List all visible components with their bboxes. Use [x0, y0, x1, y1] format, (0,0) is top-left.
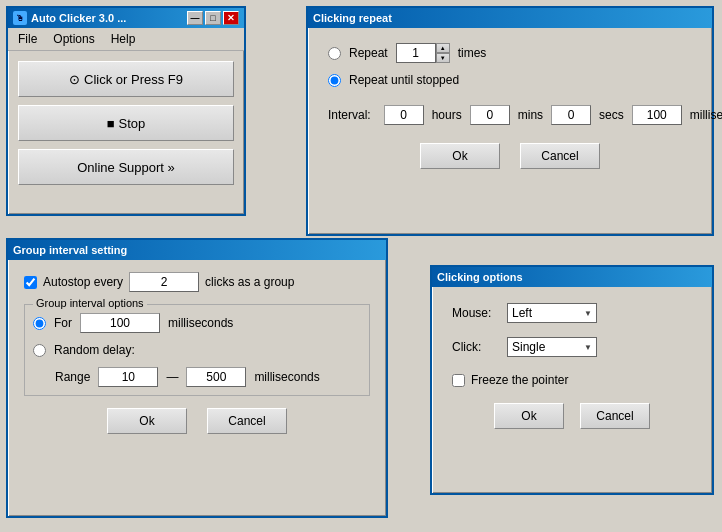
interval-label: Interval: [328, 108, 371, 122]
click-dropdown[interactable]: Single ▼ [507, 337, 597, 357]
clicking-options-cancel-label: Cancel [596, 409, 633, 423]
clicking-repeat-window: Clicking repeat Repeat ▲ ▼ times Repeat … [306, 6, 714, 236]
click-button-label: Click or Press F9 [84, 72, 183, 87]
autostop-value-input[interactable] [129, 272, 199, 292]
menu-file[interactable]: File [12, 30, 43, 48]
mouse-value: Left [512, 306, 532, 320]
mins-label: mins [518, 108, 543, 122]
autoclicker-titlebar-buttons: — □ ✕ [187, 11, 239, 25]
clicking-options-cancel-button[interactable]: Cancel [580, 403, 650, 429]
repeat-spinbox: ▲ ▼ [396, 43, 450, 63]
click-press-f9-button[interactable]: ⊙ Click or Press F9 [18, 61, 234, 97]
hours-label: hours [432, 108, 462, 122]
freeze-label: Freeze the pointer [471, 373, 568, 387]
group-interval-ok-label: Ok [139, 414, 154, 428]
group-interval-cancel-button[interactable]: Cancel [207, 408, 287, 434]
range-dash: — [166, 370, 178, 384]
group-interval-title: Group interval setting [13, 244, 127, 256]
click-dropdown-arrow: ▼ [584, 343, 592, 352]
clicking-repeat-cancel-label: Cancel [541, 149, 578, 163]
clicking-options-title-group: Clicking options [437, 271, 523, 283]
ms-input[interactable] [632, 105, 682, 125]
for-unit: milliseconds [168, 316, 233, 330]
menu-help[interactable]: Help [105, 30, 142, 48]
group-interval-window: Group interval setting Autostop every cl… [6, 238, 388, 518]
repeat-times-radio[interactable] [328, 47, 341, 60]
clicking-repeat-ok-label: Ok [452, 149, 467, 163]
autostop-suffix: clicks as a group [205, 275, 294, 289]
clicking-repeat-ok-button[interactable]: Ok [420, 143, 500, 169]
clicking-repeat-title-group: Clicking repeat [313, 12, 392, 24]
online-support-button[interactable]: Online Support » [18, 149, 234, 185]
random-radio[interactable] [33, 344, 46, 357]
autoclicker-close-btn[interactable]: ✕ [223, 11, 239, 25]
clicking-options-titlebar: Clicking options [432, 267, 712, 287]
clicking-options-window: Clicking options Mouse: Left ▼ Click: Si… [430, 265, 714, 495]
freeze-checkbox[interactable] [452, 374, 465, 387]
group-interval-title-group: Group interval setting [13, 244, 127, 256]
autoclicker-title: Auto Clicker 3.0 ... [31, 12, 126, 24]
group-interval-titlebar: Group interval setting [8, 240, 386, 260]
stop-button-label: Stop [119, 116, 146, 131]
clicking-repeat-titlebar: Clicking repeat [308, 8, 712, 28]
group-options-label: Group interval options [33, 297, 147, 309]
autoclicker-maximize-btn[interactable]: □ [205, 11, 221, 25]
repeat-unit-label: times [458, 46, 487, 60]
range-label: Range [55, 370, 90, 384]
click-icon: ⊙ [69, 72, 80, 87]
repeat-value-input[interactable] [396, 43, 436, 63]
range-to-input[interactable] [186, 367, 246, 387]
mins-input[interactable] [470, 105, 510, 125]
clicking-repeat-cancel-button[interactable]: Cancel [520, 143, 600, 169]
stop-icon: ■ [107, 116, 115, 131]
stop-button[interactable]: ■ Stop [18, 105, 234, 141]
group-interval-ok-button[interactable]: Ok [107, 408, 187, 434]
autostop-label: Autostop every [43, 275, 123, 289]
clicking-options-ok-button[interactable]: Ok [494, 403, 564, 429]
hours-input[interactable] [384, 105, 424, 125]
online-support-label: Online Support » [77, 160, 175, 175]
click-value: Single [512, 340, 545, 354]
for-value-input[interactable] [80, 313, 160, 333]
repeat-label: Repeat [349, 46, 388, 60]
for-label: For [54, 316, 72, 330]
repeat-until-radio[interactable] [328, 74, 341, 87]
click-label: Click: [452, 340, 497, 354]
clicking-options-ok-label: Ok [521, 409, 536, 423]
group-interval-cancel-label: Cancel [228, 414, 265, 428]
repeat-arrows: ▲ ▼ [436, 43, 450, 63]
autoclicker-titlebar: 🖱 Auto Clicker 3.0 ... — □ ✕ [8, 8, 244, 28]
autoclicker-title-group: 🖱 Auto Clicker 3.0 ... [13, 11, 126, 25]
ms-label: milliseconds [690, 108, 722, 122]
autoclicker-window: 🖱 Auto Clicker 3.0 ... — □ ✕ File Option… [6, 6, 246, 216]
for-radio[interactable] [33, 317, 46, 330]
range-unit: milliseconds [254, 370, 319, 384]
range-from-input[interactable] [98, 367, 158, 387]
clicking-options-title: Clicking options [437, 271, 523, 283]
secs-label: secs [599, 108, 624, 122]
mouse-dropdown-arrow: ▼ [584, 309, 592, 318]
secs-input[interactable] [551, 105, 591, 125]
mouse-label: Mouse: [452, 306, 497, 320]
repeat-until-label: Repeat until stopped [349, 73, 459, 87]
mouse-dropdown[interactable]: Left ▼ [507, 303, 597, 323]
random-label: Random delay: [54, 343, 135, 357]
menu-options[interactable]: Options [47, 30, 100, 48]
repeat-down-arrow[interactable]: ▼ [436, 53, 450, 63]
autostop-checkbox[interactable] [24, 276, 37, 289]
autoclicker-minimize-btn[interactable]: — [187, 11, 203, 25]
autoclicker-menubar: File Options Help [8, 28, 244, 51]
repeat-up-arrow[interactable]: ▲ [436, 43, 450, 53]
clicking-repeat-title: Clicking repeat [313, 12, 392, 24]
autoclicker-icon: 🖱 [13, 11, 27, 25]
group-options-groupbox: Group interval options For milliseconds … [24, 304, 370, 396]
